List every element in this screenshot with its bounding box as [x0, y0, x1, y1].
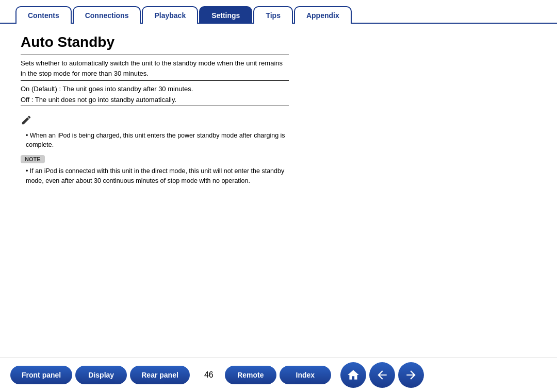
tab-contents[interactable]: Contents: [15, 6, 72, 24]
note-badge: NOTE: [21, 155, 45, 163]
forward-icon: [404, 368, 418, 382]
home-icon: [347, 368, 360, 382]
option-off: Off : The unit does not go into standby …: [21, 95, 289, 106]
option-divider: [21, 106, 289, 106]
back-button[interactable]: [369, 362, 395, 388]
remote-button[interactable]: Remote: [225, 366, 276, 384]
pencil-note-text: • When an iPod is being charged, this un…: [26, 131, 289, 150]
note-content: • If an iPod is connected with this unit…: [26, 166, 289, 186]
main-content: Auto Standby Sets whether to automatical…: [0, 24, 309, 196]
index-button[interactable]: Index: [280, 366, 331, 384]
display-button[interactable]: Display: [75, 366, 127, 384]
title-divider: [21, 55, 289, 55]
front-panel-button[interactable]: Front panel: [10, 366, 72, 384]
bottom-navigation: Front panel Display Rear panel 46 Remote…: [0, 357, 557, 392]
tab-settings[interactable]: Settings: [199, 6, 252, 24]
home-button[interactable]: [340, 362, 366, 388]
page-number: 46: [201, 370, 217, 380]
tab-playback[interactable]: Playback: [142, 6, 198, 24]
top-navigation: Contents Connections Playback Settings T…: [0, 5, 557, 24]
page-title: Auto Standby: [21, 34, 289, 50]
note-section: • When an iPod is being charged, this un…: [21, 114, 289, 186]
rear-panel-button[interactable]: Rear panel: [130, 366, 190, 384]
pencil-icon: [21, 114, 32, 126]
back-icon: [375, 368, 389, 382]
option-on: On (Default) : The unit goes into standb…: [21, 84, 289, 95]
tab-tips[interactable]: Tips: [253, 6, 293, 24]
page-description: Sets whether to automatically switch the…: [21, 58, 289, 78]
forward-button[interactable]: [398, 362, 424, 388]
tab-appendix[interactable]: Appendix: [294, 6, 352, 24]
desc-divider: [21, 80, 289, 81]
tab-connections[interactable]: Connections: [73, 6, 141, 24]
